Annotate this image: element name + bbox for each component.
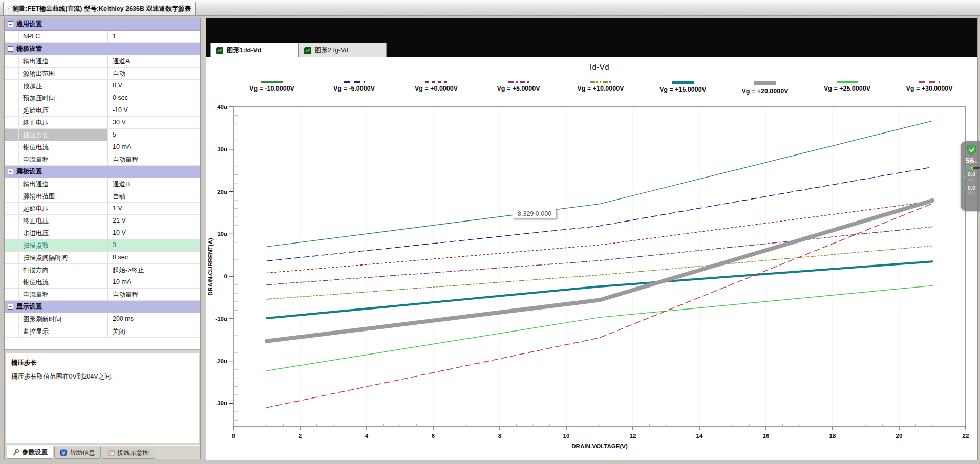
property-row[interactable]: 监控显示关闭 <box>5 325 200 338</box>
svg-text:10u: 10u <box>217 231 227 237</box>
property-value[interactable]: 起始->终止 <box>108 264 200 276</box>
property-value[interactable]: 0 sec <box>108 92 200 104</box>
section-header[interactable]: −通用设置 <box>5 18 200 31</box>
help-title: 栅压步长 <box>11 359 194 367</box>
legend-label: Vg = +20.0000V <box>741 87 788 95</box>
property-row[interactable]: 预加压0 V <box>5 80 200 92</box>
help-body: 栅压步长取值范围在0V到204V之间. <box>11 372 194 381</box>
row-margin <box>5 264 19 276</box>
legend-swatch <box>508 81 529 83</box>
property-value[interactable]: 3 <box>108 239 200 251</box>
section-header[interactable]: −显示设置 <box>5 301 200 313</box>
property-row[interactable]: 电流量程自动量程 <box>5 289 200 301</box>
property-row[interactable]: 扫描点间隔时间0 sec <box>5 252 200 264</box>
tab-graph2-ig-vd[interactable]: 图形2:Ig-Vd <box>299 43 387 57</box>
legend-item: Vg = -5.0000V <box>322 81 387 95</box>
property-row[interactable]: 终止电压21 V <box>5 215 200 227</box>
legend-label: Vg = +30.0000V <box>906 85 952 92</box>
property-label: 电流量程 <box>19 289 108 300</box>
property-row[interactable]: 预加压时间0 sec <box>5 92 200 104</box>
legend-swatch <box>590 81 611 83</box>
property-row[interactable]: 起始电压-10 V <box>5 104 200 117</box>
property-row[interactable]: 终止电压30 V <box>5 117 200 129</box>
property-value[interactable]: -10 V <box>108 104 200 116</box>
window-title-tab[interactable]: 测量:FET输出曲线(直流) 型号:Keithley 2636B 双通道数字源表 <box>3 2 196 15</box>
tab-graph1-id-vd[interactable]: 图形1:Id-Vd <box>210 43 299 57</box>
legend-swatch <box>261 81 283 83</box>
property-row[interactable]: 步进电压10 V <box>5 227 200 239</box>
tab-parameter-settings[interactable]: 参数设置 <box>7 446 53 459</box>
property-row[interactable]: 输出通道通道A <box>5 55 200 68</box>
property-value[interactable]: 200 ms <box>108 313 200 325</box>
property-row[interactable]: 输出通道通道B <box>5 178 200 190</box>
download-speed: ▼ 0.0 K/s <box>968 185 975 195</box>
property-label: 预加压时间 <box>19 92 108 104</box>
row-margin <box>5 313 19 325</box>
row-margin <box>5 178 19 190</box>
property-row[interactable]: 扫描点数3 <box>5 239 200 252</box>
collapse-icon[interactable]: − <box>8 169 13 174</box>
upload-arrow-icon: ▲ <box>963 174 967 179</box>
svg-text:22: 22 <box>963 433 969 439</box>
property-label: 源输出范围 <box>19 190 108 202</box>
property-row[interactable]: 钳位电流10 mA <box>5 276 200 289</box>
property-value[interactable]: 10 mA <box>108 141 200 153</box>
legend-label: Vg = +25.0000V <box>824 85 870 92</box>
property-label: 钳位电流 <box>19 276 108 288</box>
app-icon <box>8 5 9 13</box>
section-header[interactable]: −栅极设置 <box>5 43 200 55</box>
property-value[interactable]: 0 V <box>108 80 200 92</box>
panel-splitter[interactable] <box>201 18 206 459</box>
property-label: 源输出范围 <box>19 68 108 79</box>
property-row[interactable]: 源输出范围自动 <box>5 190 200 203</box>
property-value[interactable]: 5 <box>108 129 200 141</box>
tab-help-info[interactable]: ? 帮助信息 <box>54 447 101 459</box>
collapse-icon[interactable]: − <box>8 304 13 310</box>
legend-item: Vg = +20.0000V <box>732 81 798 95</box>
download-arrow-icon: ▼ <box>963 187 967 192</box>
row-margin <box>5 252 19 263</box>
row-margin <box>5 289 19 300</box>
property-label: 输出通道 <box>19 178 108 190</box>
section-header[interactable]: −漏极设置 <box>5 166 200 178</box>
row-margin <box>5 203 19 214</box>
property-value[interactable]: 1 <box>108 31 200 42</box>
property-value[interactable]: 30 V <box>108 117 200 128</box>
property-value[interactable]: 21 V <box>108 215 200 227</box>
property-value[interactable]: 10 V <box>108 227 200 239</box>
property-row[interactable]: 起始电压1 V <box>5 203 200 215</box>
property-row[interactable]: 源输出范围自动 <box>5 68 200 80</box>
property-value[interactable]: 通道A <box>108 55 200 67</box>
property-value[interactable]: 0 sec <box>108 252 200 263</box>
property-value[interactable]: 10 mA <box>108 276 200 288</box>
property-row[interactable]: 栅压步长5 <box>5 129 200 141</box>
property-value[interactable]: 自动 <box>108 190 200 202</box>
row-margin <box>5 227 19 239</box>
property-row[interactable]: 钳位电流10 mA <box>5 141 200 153</box>
row-margin <box>5 325 19 337</box>
property-label: 预加压 <box>19 80 108 92</box>
property-row[interactable]: 电流量程自动量程 <box>5 153 200 166</box>
property-value[interactable]: 自动量程 <box>108 153 200 165</box>
property-value[interactable]: 关闭 <box>108 325 200 337</box>
tab-label: 图形1:Id-Vd <box>227 46 261 55</box>
property-value[interactable]: 自动 <box>108 68 200 79</box>
property-value[interactable]: 通道B <box>108 178 200 190</box>
property-value[interactable]: 自动量程 <box>108 289 200 300</box>
row-margin <box>5 68 19 79</box>
property-row[interactable]: 图形刷新时间200 ms <box>5 313 200 325</box>
property-value[interactable]: 1 V <box>108 203 200 214</box>
property-row[interactable]: NPLC1 <box>5 31 200 43</box>
legend-label: Vg = +5.0000V <box>497 85 540 92</box>
legend-label: Vg = +10.0000V <box>577 85 624 92</box>
system-monitor-widget[interactable]: 56% ▲ 0.0 K/s ▼ 0.0 K/s <box>961 141 980 211</box>
legend-item: Vg = +25.0000V <box>815 81 880 95</box>
row-margin <box>5 31 19 42</box>
collapse-icon[interactable]: − <box>8 46 13 52</box>
graph-panel: 图形1:Id-Vd 图形2:Ig-Vd Id-Vd Vg = -10.0000V… <box>206 18 978 460</box>
property-label: 终止电压 <box>19 117 108 128</box>
tab-wiring-diagram[interactable]: 接线示意图 <box>102 447 155 459</box>
collapse-icon[interactable]: − <box>8 21 13 27</box>
svg-text:10: 10 <box>563 433 570 439</box>
property-row[interactable]: 扫描方向起始->终止 <box>5 264 200 276</box>
